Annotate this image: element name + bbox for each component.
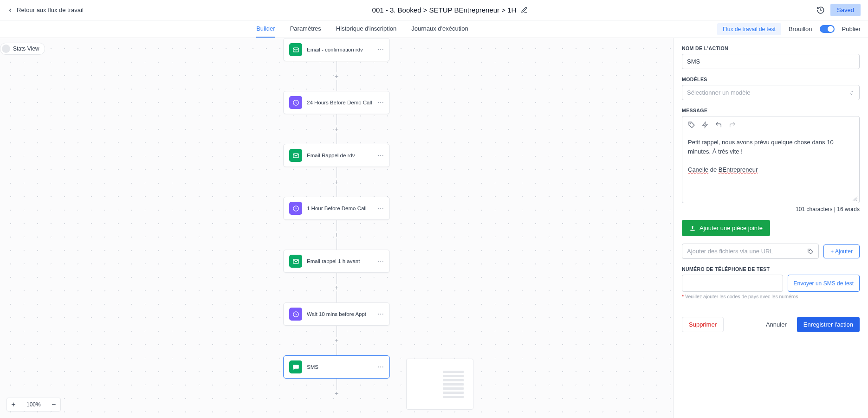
add-step-button[interactable]: + (333, 390, 340, 397)
tabs: Builder Paramètres Historique d'inscript… (256, 20, 468, 38)
chevron-left-icon (7, 7, 13, 13)
message-textarea[interactable]: Petit rappel, nous avons prévu quelque c… (682, 133, 859, 203)
tab-row: Builder Paramètres Historique d'inscript… (0, 20, 868, 38)
save-action-button[interactable]: Enregistrer l'action (797, 317, 860, 332)
message-line2: Canelle de BEntrepreneur (688, 165, 854, 174)
minimap[interactable] (406, 359, 473, 410)
workflow-node[interactable]: Wait 10 mins before Appt ⋯ (283, 302, 390, 326)
canvas[interactable]: Stats View Email - confirmation rdv ⋯ + (0, 38, 673, 418)
node-label: SMS (307, 364, 373, 370)
svg-point-6 (690, 123, 691, 124)
action-name-label: NOM DE L'ACTION (682, 45, 860, 51)
history-icon[interactable] (816, 6, 825, 14)
phone-helper: Veuillez ajouter les codes de pays avec … (685, 294, 798, 299)
zoom-controls: + 100% − (6, 398, 61, 412)
add-step-button[interactable]: + (333, 72, 340, 80)
add-step-button[interactable]: + (333, 337, 340, 344)
delete-button[interactable]: Supprimer (682, 317, 724, 332)
attach-button[interactable]: Ajouter une pièce jointe (682, 220, 770, 236)
select-sort-icon (849, 90, 855, 96)
header-right: Saved (816, 4, 861, 16)
url-input[interactable]: Ajouter des fichiers via une URL (682, 244, 819, 259)
send-test-button[interactable]: Envoyer un SMS de test (788, 275, 860, 292)
clock-icon (289, 202, 302, 215)
email-icon (289, 149, 302, 162)
workflow-node[interactable]: 24 Hours Before Demo Call ⋯ (283, 91, 390, 114)
resize-handle-icon[interactable] (853, 196, 857, 201)
cancel-button[interactable]: Annuler (760, 317, 792, 332)
add-step-button[interactable]: + (333, 231, 340, 238)
publish-label: Publier (842, 26, 861, 32)
minimap-content (409, 362, 470, 406)
phone-row: Envoyer un SMS de test (682, 275, 860, 292)
workflow-title-block: 001 - 3. Booked > SETUP BEntrepreneur > … (372, 6, 528, 14)
zoom-out-button[interactable]: − (47, 398, 60, 411)
test-phone-label: NUMÉRO DE TÉLÉPHONE DE TEST (682, 266, 860, 272)
test-phone-input[interactable] (682, 275, 783, 292)
publish-toggle[interactable] (820, 25, 835, 33)
svg-line-10 (856, 200, 857, 201)
tag-icon[interactable] (688, 121, 695, 129)
svg-rect-11 (690, 230, 694, 231)
node-menu-icon[interactable]: ⋯ (377, 257, 384, 265)
models-select[interactable]: Sélectionner un modèle (682, 85, 860, 100)
undo-icon[interactable] (715, 121, 722, 129)
main-area: Stats View Email - confirmation rdv ⋯ + (0, 38, 868, 418)
node-menu-icon[interactable]: ⋯ (377, 46, 384, 53)
workflow-node[interactable]: 1 Hour Before Demo Call ⋯ (283, 197, 390, 220)
node-label: Email rappel 1 h avant (307, 258, 373, 264)
svg-point-12 (809, 250, 810, 251)
message-toolbar (682, 116, 859, 133)
attach-label: Ajouter une pièce jointe (700, 225, 763, 232)
action-name-input[interactable] (682, 54, 860, 69)
svg-marker-7 (703, 122, 708, 128)
email-icon (289, 43, 302, 56)
action-panel: NOM DE L'ACTION MODÈLES Sélectionner un … (673, 38, 868, 418)
add-url-button[interactable]: + Ajouter (823, 244, 860, 258)
back-label: Retour aux flux de travail (17, 6, 84, 13)
node-menu-icon[interactable]: ⋯ (377, 152, 384, 159)
zoom-in-button[interactable]: + (7, 398, 20, 411)
top-header: Retour aux flux de travail 001 - 3. Book… (0, 0, 868, 20)
bolt-icon[interactable] (702, 121, 708, 129)
tab-params[interactable]: Paramètres (290, 20, 321, 38)
workflow-node[interactable]: Email - confirmation rdv ⋯ (283, 38, 390, 61)
workflow-node[interactable]: Email Rappel de rdv ⋯ (283, 144, 390, 167)
tag-icon[interactable] (807, 248, 814, 255)
node-menu-icon[interactable]: ⋯ (377, 363, 384, 371)
upload-icon (689, 225, 696, 232)
tab-logs[interactable]: Journaux d'exécution (411, 20, 468, 38)
node-menu-icon[interactable]: ⋯ (377, 99, 384, 106)
add-step-button[interactable]: + (333, 125, 340, 133)
test-workflow-button[interactable]: Flux de travail de test (717, 23, 781, 35)
add-step-button[interactable]: + (333, 284, 340, 291)
node-label: Wait 10 mins before Appt (307, 311, 373, 317)
pencil-icon[interactable] (521, 6, 528, 13)
zoom-value: 100% (20, 401, 47, 408)
tab-history[interactable]: Historique d'inscription (336, 20, 396, 38)
stats-dot-icon (2, 45, 10, 53)
workflow-node-sms[interactable]: SMS ⋯ (283, 355, 390, 379)
url-placeholder: Ajouter des fichiers via une URL (687, 248, 773, 255)
redo-icon[interactable] (729, 121, 736, 129)
email-icon (289, 255, 302, 268)
workflow-node[interactable]: Email rappel 1 h avant ⋯ (283, 250, 390, 273)
back-link[interactable]: Retour aux flux de travail (7, 6, 84, 13)
message-line1: Petit rappel, nous avons prévu quelque c… (688, 138, 854, 156)
node-menu-icon[interactable]: ⋯ (377, 205, 384, 212)
tab-builder[interactable]: Builder (256, 20, 275, 38)
flow-column: Email - confirmation rdv ⋯ + 24 Hours Be… (281, 38, 392, 397)
saved-button[interactable]: Saved (830, 4, 861, 16)
clock-icon (289, 96, 302, 109)
node-label: 24 Hours Before Demo Call (307, 100, 373, 105)
stats-label: Stats View (13, 45, 39, 52)
stats-view-toggle[interactable]: Stats View (0, 43, 45, 55)
char-count: 101 characters | 16 words (682, 206, 860, 212)
panel-footer: Supprimer Annuler Enregistrer l'action (682, 311, 860, 332)
message-editor: Petit rappel, nous avons prévu quelque c… (682, 116, 860, 203)
sms-icon (289, 360, 302, 373)
add-step-button[interactable]: + (333, 178, 340, 186)
node-label: 1 Hour Before Demo Call (307, 206, 373, 211)
node-menu-icon[interactable]: ⋯ (377, 310, 384, 318)
workflow-title: 001 - 3. Booked > SETUP BEntrepreneur > … (372, 6, 517, 14)
